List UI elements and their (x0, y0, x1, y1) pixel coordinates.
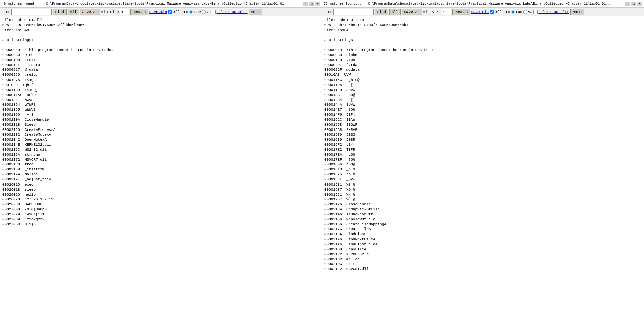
left-va-group: va (202, 10, 211, 14)
right-content-area[interactable]: File: Lab01-01.exe MD5: bb7425b82141a1c0… (322, 16, 644, 312)
left-title-bar-left: 40 matches found... - C:\ProgramData\cho… (2, 2, 303, 6)
right-va-radio[interactable] (523, 10, 527, 14)
right-more-btn[interactable]: More (570, 9, 584, 15)
right-toolbar: Find Find All Save As Min Size Rescan sa… (322, 8, 644, 16)
left-min-size-input[interactable] (120, 9, 129, 15)
right-min-size-label: Min Size (423, 10, 441, 14)
left-min-size-label: Min Size (101, 10, 119, 14)
right-raw-label: raw (516, 10, 522, 14)
right-window: 75 matches found... - C:\ProgramData\cho… (322, 0, 644, 312)
left-window-title: 40 matches found... - C:\ProgramData\cho… (2, 2, 290, 6)
left-close-btn[interactable]: ✕ (315, 2, 320, 6)
app-container: 40 matches found... - C:\ProgramData\cho… (0, 0, 644, 312)
left-filter-group: Filter Results (212, 10, 247, 14)
left-find-input[interactable] (11, 9, 52, 15)
right-close-btn[interactable]: ✕ (637, 2, 642, 6)
right-title-bar-left: 75 matches found... - C:\ProgramData\cho… (324, 2, 625, 6)
left-all-btn[interactable]: All (68, 9, 79, 15)
right-filter-group: Filter Results (533, 10, 569, 14)
left-raw-radio[interactable] (189, 10, 193, 14)
right-min-size-input[interactable] (442, 9, 451, 15)
left-more-btn[interactable]: More (249, 9, 262, 15)
left-offsets-checkbox[interactable] (168, 10, 172, 14)
left-va-label: va (206, 10, 211, 14)
left-filter-checkbox[interactable] (212, 10, 216, 14)
right-va-label: va (528, 10, 532, 14)
right-raw-group: raw (511, 10, 522, 14)
left-content-area[interactable]: File: Lab01-01.dll MD5: 290934c61de9176a… (0, 16, 322, 312)
right-filter-results-btn[interactable]: Filter Results (538, 10, 569, 14)
right-filter-checkbox[interactable] (533, 10, 538, 14)
right-rescan-btn[interactable]: Rescan (452, 9, 470, 15)
left-window: 40 matches found... - C:\ProgramData\cho… (0, 0, 322, 312)
right-save-min-btn[interactable]: save.min (471, 10, 489, 14)
right-offsets-label: Offsets (495, 10, 510, 14)
right-title-bar: 75 matches found... - C:\ProgramData\cho… (322, 0, 644, 8)
left-title-bar: 40 matches found... - C:\ProgramData\cho… (0, 0, 322, 8)
right-va-group: va (523, 10, 532, 14)
left-find-btn[interactable]: Find (53, 9, 66, 15)
right-maximize-btn[interactable]: □ (631, 2, 636, 6)
left-save-as-btn[interactable]: Save As (80, 9, 100, 15)
right-find-input[interactable] (333, 9, 374, 15)
right-all-btn[interactable]: All (389, 9, 401, 15)
left-title-controls: − □ ✕ (303, 2, 320, 6)
left-offsets-label: Offsets (173, 10, 188, 14)
left-va-radio[interactable] (202, 10, 206, 14)
right-find-btn[interactable]: Find (375, 9, 388, 15)
right-find-label: Find (324, 10, 332, 14)
left-maximize-btn[interactable]: □ (309, 2, 314, 6)
left-rescan-btn[interactable]: Rescan (130, 9, 148, 15)
right-title-controls: − □ ✕ (625, 2, 642, 6)
left-offsets-group: Offsets (168, 10, 188, 14)
left-raw-group: raw (189, 10, 201, 14)
right-raw-radio[interactable] (511, 10, 515, 14)
right-offsets-group: Offsets (490, 10, 510, 14)
right-offsets-checkbox[interactable] (490, 10, 494, 14)
right-minimize-btn[interactable]: − (625, 2, 630, 6)
right-save-as-btn[interactable]: Save As (402, 9, 422, 15)
right-window-title: 75 matches found... - C:\ProgramData\cho… (324, 2, 612, 6)
left-toolbar: Find Find All Save As Min Size Rescan sa… (0, 8, 322, 16)
left-find-label: Find (2, 10, 10, 14)
left-save-min-btn[interactable]: save.min (149, 10, 167, 14)
left-filter-results-btn[interactable]: Filter Results (216, 10, 247, 14)
left-raw-label: raw (194, 10, 201, 14)
left-minimize-btn[interactable]: − (303, 2, 308, 6)
